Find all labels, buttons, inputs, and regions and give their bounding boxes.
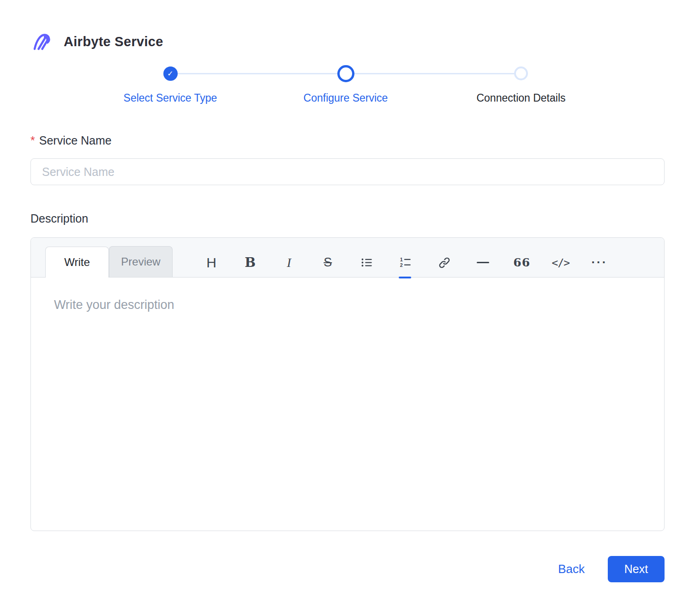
check-icon: ✓ <box>167 69 173 78</box>
service-name-label: *Service Name <box>30 134 665 147</box>
description-editor: Write Preview H B I S <box>30 237 665 531</box>
tab-preview[interactable]: Preview <box>109 246 173 277</box>
footer: Back Next <box>30 556 665 614</box>
editor-tabs: Write Preview <box>45 246 173 277</box>
step-active-circle <box>337 65 354 82</box>
code-glyph: </> <box>552 257 570 269</box>
bold-icon[interactable]: B <box>240 253 260 273</box>
editor-toolbar: H B I S <box>173 238 646 277</box>
airbyte-logo-icon <box>30 30 53 53</box>
step-label: Configure Service <box>304 92 388 104</box>
back-button[interactable]: Back <box>558 562 585 576</box>
next-button[interactable]: Next <box>608 556 665 582</box>
quote-glyph: 66 <box>513 256 530 269</box>
svg-text:2: 2 <box>400 262 403 268</box>
step-connection-details[interactable]: Connection Details <box>433 64 609 104</box>
more-glyph: ··· <box>591 255 607 270</box>
bullet-list-icon[interactable] <box>356 253 377 273</box>
step-upcoming-circle <box>514 66 528 80</box>
step-select-service-type[interactable]: ✓ Select Service Type <box>83 64 258 104</box>
app-header: Airbyte Service <box>30 0 665 53</box>
page-title: Airbyte Service <box>64 34 163 49</box>
code-icon[interactable]: </> <box>551 253 571 273</box>
editor-header: Write Preview H B I S <box>31 238 664 278</box>
horizontal-rule-icon[interactable] <box>473 253 493 273</box>
editor-body <box>31 278 664 531</box>
link-icon[interactable] <box>434 253 455 273</box>
italic-icon[interactable]: I <box>279 253 299 273</box>
heading-glyph: H <box>206 255 216 271</box>
required-marker: * <box>30 134 35 147</box>
page: Airbyte Service ✓ Select Service Type Co… <box>0 0 695 614</box>
strikethrough-icon[interactable]: S <box>318 253 338 273</box>
step-configure-service[interactable]: Configure Service <box>258 64 433 104</box>
quote-icon[interactable]: 66 <box>512 253 532 273</box>
ordered-list-icon[interactable]: 1 2 <box>395 253 415 273</box>
stepper: ✓ Select Service Type Configure Service … <box>83 64 609 104</box>
step-completed-circle: ✓ <box>163 66 178 81</box>
tab-write[interactable]: Write <box>45 247 109 278</box>
ordered-list-focus-indicator <box>399 277 411 278</box>
more-icon[interactable]: ··· <box>589 253 610 273</box>
heading-icon[interactable]: H <box>201 253 222 273</box>
horizontal-rule-glyph <box>477 262 489 263</box>
step-label: Select Service Type <box>124 92 217 104</box>
step-circle-wrap: ✓ <box>163 64 178 83</box>
description-textarea[interactable] <box>31 278 664 531</box>
svg-text:1: 1 <box>400 257 403 262</box>
service-name-label-text: Service Name <box>39 134 112 147</box>
description-label: Description <box>30 212 665 225</box>
step-circle-wrap <box>514 64 528 83</box>
strikethrough-glyph: S <box>324 255 332 270</box>
step-circle-wrap <box>337 64 354 83</box>
step-label: Connection Details <box>476 92 565 104</box>
bold-glyph: B <box>245 255 256 270</box>
service-name-input[interactable] <box>30 158 665 185</box>
italic-glyph: I <box>287 255 291 270</box>
